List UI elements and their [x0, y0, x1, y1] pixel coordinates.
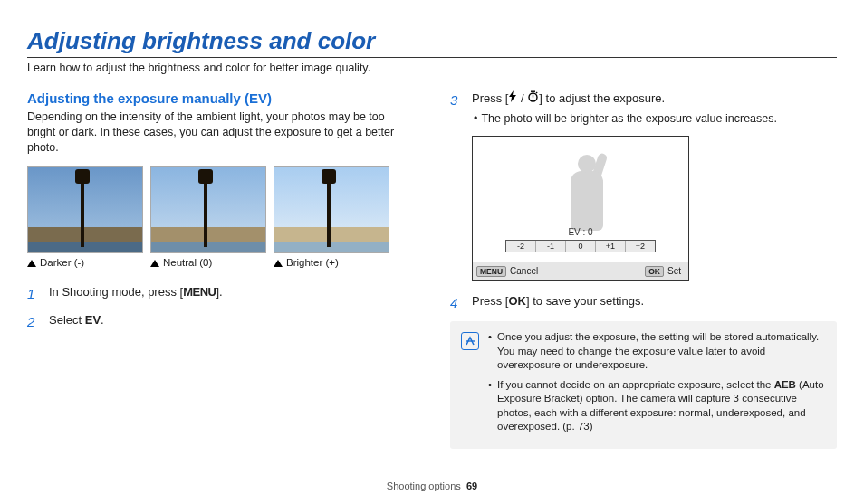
caption-brighter: Brighter (+) — [274, 257, 389, 268]
ev-tick: -1 — [536, 241, 566, 252]
footer-set-text: Set — [667, 266, 681, 276]
step-4-post: ] to save your settings. — [526, 294, 644, 308]
step-3-body: Press [ / ] to adjust the exposure. The … — [472, 90, 837, 127]
bullet: • — [488, 330, 492, 373]
step-4: 4 Press [OK] to save your settings. — [450, 293, 837, 312]
steps-left: 1 In Shooting mode, press [MENU]. 2 Sele… — [27, 284, 414, 331]
example-thumbnails: Darker (-) Neutral (0) Brighter (+) — [27, 166, 414, 268]
triangle-icon — [27, 260, 36, 267]
note-2-bold: AEB — [774, 379, 796, 390]
footer-ok-tag: OK — [645, 266, 664, 277]
note-2-text: If you cannot decide on an appropriate e… — [497, 378, 826, 434]
thumb-brighter: Brighter (+) — [274, 166, 389, 268]
step-1: 1 In Shooting mode, press [MENU]. — [27, 284, 414, 303]
content-columns: Adjusting the exposure manually (EV) Dep… — [27, 90, 837, 449]
caption-neutral-text: Neutral (0) — [163, 257, 212, 268]
silhouette-figure — [554, 149, 618, 231]
step-3: 3 Press [ / ] to adjust the exposure. Th… — [450, 90, 837, 127]
step-4-number: 4 — [450, 293, 463, 312]
note-item-2: • If you cannot decide on an appropriate… — [488, 378, 826, 434]
step-1-number: 1 — [27, 284, 40, 303]
ev-scale: -2 -1 0 +1 +2 — [505, 240, 656, 252]
thumb-darker: Darker (-) — [27, 166, 143, 268]
step-1-pre: In Shooting mode, press [ — [49, 285, 183, 299]
flash-icon — [508, 90, 517, 107]
section-title-ev: Adjusting the exposure manually (EV) — [27, 90, 414, 106]
caption-neutral: Neutral (0) — [150, 257, 266, 268]
thumb-brighter-image — [274, 166, 389, 253]
note-2-pre: If you cannot decide on an appropriate e… — [497, 379, 774, 390]
step-4-body: Press [OK] to save your settings. — [472, 293, 837, 312]
note-item-1: • Once you adjust the exposure, the sett… — [488, 330, 826, 373]
footer-menu-tag: MENU — [476, 266, 506, 277]
caption-brighter-text: Brighter (+) — [286, 257, 339, 268]
left-column: Adjusting the exposure manually (EV) Dep… — [27, 90, 414, 449]
caption-darker-text: Darker (-) — [40, 257, 84, 268]
right-column: 3 Press [ / ] to adjust the exposure. Th… — [450, 90, 837, 449]
ev-tick: +1 — [596, 241, 626, 252]
step-3-bullet: The photo will be brighter as the exposu… — [474, 111, 837, 128]
step-1-post: ]. — [216, 285, 222, 299]
note-1-text: Once you adjust the exposure, the settin… — [497, 330, 826, 373]
ev-tick: -2 — [506, 241, 536, 252]
footer-section: Shooting options — [387, 480, 461, 491]
step-2-pre: Select — [49, 313, 85, 327]
title-rule — [27, 57, 837, 58]
step-2-bold: EV — [85, 313, 101, 327]
ev-value-label: EV : 0 — [473, 227, 688, 237]
caption-darker: Darker (-) — [27, 257, 143, 268]
note-list: • Once you adjust the exposure, the sett… — [488, 330, 826, 440]
triangle-icon — [274, 260, 283, 267]
section-body-ev: Depending on the intensity of the ambien… — [27, 109, 414, 156]
ev-tick: +2 — [626, 241, 655, 252]
menu-button-label: MENU — [183, 285, 216, 299]
step-3-pre: Press [ — [472, 91, 508, 105]
step-3-post: ] to adjust the exposure. — [539, 91, 665, 105]
slash: / — [517, 91, 527, 105]
thumb-neutral-image — [150, 166, 266, 253]
step-2-body: Select EV. — [49, 312, 414, 331]
thumb-darker-image — [27, 166, 143, 253]
timer-icon — [527, 90, 539, 107]
page-footer: Shooting options 69 — [0, 480, 864, 491]
note-icon — [461, 332, 479, 350]
page-intro: Learn how to adjust the brightness and c… — [27, 62, 837, 74]
step-2-post: . — [101, 313, 104, 327]
footer-cancel-text: Cancel — [510, 266, 538, 276]
note-box: • Once you adjust the exposure, the sett… — [450, 321, 837, 449]
svg-line-3 — [536, 92, 537, 93]
page-title: Adjusting brightness and color — [27, 27, 837, 55]
bullet: • — [488, 378, 492, 434]
step-2: 2 Select EV. — [27, 312, 414, 331]
step-4-pre: Press [ — [472, 294, 508, 308]
triangle-icon — [150, 260, 159, 267]
ok-button-label: OK — [508, 294, 526, 308]
thumb-neutral: Neutral (0) — [150, 166, 266, 268]
step-1-body: In Shooting mode, press [MENU]. — [49, 284, 414, 303]
step-3-bullet-text: The photo will be brighter as the exposu… — [474, 111, 777, 128]
ev-tick: 0 — [566, 241, 596, 252]
screen-footer: MENU Cancel OK Set — [473, 262, 688, 280]
camera-screen-illustration: EV : 0 -2 -1 0 +1 +2 MENU Cancel OK Set — [472, 136, 689, 281]
step-2-number: 2 — [27, 312, 40, 331]
footer-page-number: 69 — [466, 480, 477, 491]
step-3-number: 3 — [450, 90, 463, 127]
